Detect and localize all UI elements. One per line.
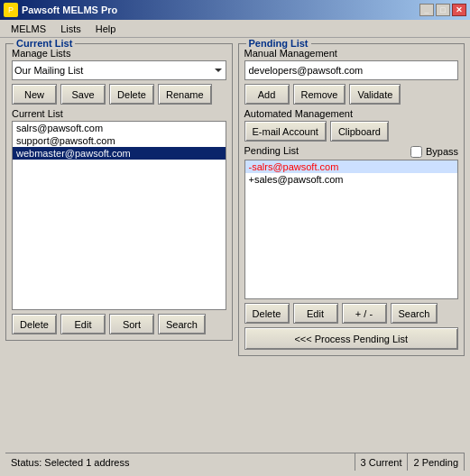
remove-button[interactable]: Remove — [293, 84, 346, 105]
validate-button[interactable]: Validate — [349, 84, 401, 105]
menu-melms[interactable]: MELMS — [4, 22, 53, 36]
pending-list-title: Pending List — [246, 38, 311, 49]
pending-list-group: Pending List Manual Management Add Remov… — [238, 43, 465, 356]
pending-count: 2 Pending — [408, 453, 465, 471]
edit-pending-button[interactable]: Edit — [293, 303, 338, 324]
manual-buttons-row: Add Remove Validate — [244, 84, 459, 105]
close-button[interactable]: ✕ — [452, 4, 466, 16]
pending-list-item[interactable]: -salrs@pawsoft.com — [245, 160, 458, 173]
minimize-button[interactable]: _ — [419, 4, 434, 16]
bypass-label: Bypass — [426, 146, 458, 157]
clipboard-button[interactable]: Clipboard — [330, 121, 389, 142]
list-item[interactable]: webmaster@pawsoft.com — [13, 147, 226, 160]
window-body: Current List Manage Lists Our Mailing Li… — [0, 38, 470, 476]
app-icon: P — [4, 3, 18, 17]
menu-help[interactable]: Help — [88, 22, 124, 36]
manual-mgmt-label: Manual Management — [244, 48, 459, 59]
bypass-checkbox[interactable] — [410, 146, 422, 158]
status-text: Status: Selected 1 address — [5, 453, 355, 471]
new-button[interactable]: New — [12, 84, 57, 105]
current-list-title: Current List — [14, 38, 75, 49]
mailing-list-dropdown[interactable]: Our Mailing List — [12, 60, 226, 80]
plus-minus-button[interactable]: + / - — [342, 303, 387, 324]
left-panel: Current List Manage Lists Our Mailing Li… — [5, 43, 233, 449]
status-bar: Status: Selected 1 address 3 Current 2 P… — [5, 453, 465, 471]
title-bar-text: Pawsoft MELMS Pro — [22, 5, 117, 15]
process-pending-button[interactable]: <<< Process Pending List — [244, 327, 459, 350]
current-list-group: Current List Manage Lists Our Mailing Li… — [5, 43, 233, 341]
automated-buttons-row: E-mail Account Clipboard — [244, 121, 459, 142]
edit-entry-button[interactable]: Edit — [60, 314, 106, 334]
manage-lists-label: Manage Lists — [12, 48, 226, 59]
maximize-button[interactable]: □ — [436, 4, 450, 16]
rename-button[interactable]: Rename — [158, 84, 212, 105]
add-button[interactable]: Add — [244, 84, 290, 105]
sort-button[interactable]: Sort — [109, 314, 154, 334]
title-bar: P Pawsoft MELMS Pro _ □ ✕ — [0, 0, 470, 20]
delete-entry-button[interactable]: Delete — [12, 314, 57, 334]
list-item[interactable]: salrs@pawsoft.com — [13, 122, 226, 134]
save-button[interactable]: Save — [60, 84, 106, 105]
menu-bar: MELMS Lists Help — [0, 20, 470, 38]
search-right-button[interactable]: Search — [391, 303, 438, 324]
manual-email-input[interactable] — [244, 60, 459, 80]
current-list-box[interactable]: salrs@pawsoft.com support@pawsoft.com we… — [12, 121, 226, 310]
automated-mgmt-label: Automated Management — [244, 108, 459, 119]
title-bar-buttons: _ □ ✕ — [419, 4, 466, 16]
title-bar-left: P Pawsoft MELMS Pro — [4, 3, 117, 17]
pending-list-box[interactable]: -salrs@pawsoft.com +sales@pawsoft.com — [244, 160, 459, 299]
email-account-button[interactable]: E-mail Account — [244, 121, 327, 142]
pending-list-sublabel: Pending List — [244, 145, 300, 156]
right-bottom-buttons: Delete Edit + / - Search — [244, 303, 459, 324]
menu-lists[interactable]: Lists — [53, 22, 88, 36]
pending-header: Pending List Bypass — [244, 145, 459, 158]
bypass-row: Bypass — [410, 146, 458, 158]
current-list-sublabel: Current List — [12, 108, 226, 119]
right-panel: Pending List Manual Management Add Remov… — [238, 43, 465, 449]
manage-buttons-row: New Save Delete Rename — [12, 84, 226, 105]
pending-list-item[interactable]: +sales@pawsoft.com — [245, 173, 458, 186]
delete-pending-button[interactable]: Delete — [244, 303, 290, 324]
delete-list-button[interactable]: Delete — [109, 84, 154, 105]
left-bottom-buttons: Delete Edit Sort Search — [12, 314, 226, 334]
search-left-button[interactable]: Search — [158, 314, 206, 334]
list-item[interactable]: support@pawsoft.com — [13, 134, 226, 147]
current-count: 3 Current — [355, 453, 409, 471]
main-columns: Current List Manage Lists Our Mailing Li… — [5, 43, 465, 449]
